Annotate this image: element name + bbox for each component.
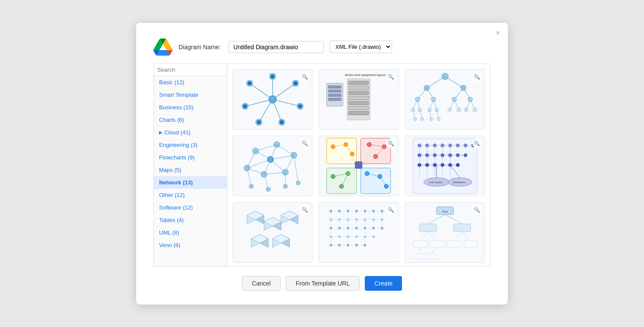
zoom-icon-2[interactable]: 🔍 — [386, 72, 396, 82]
svg-line-89 — [247, 168, 264, 174]
svg-line-86 — [271, 155, 294, 159]
sidebar-item-label: UML (8) — [159, 229, 179, 236]
sidebar-item-label: Software (12) — [159, 204, 193, 211]
sidebar-item-maps[interactable]: Maps (5) — [154, 164, 227, 176]
sidebar-item-uml[interactable]: UML (8) — [154, 226, 227, 239]
svg-line-14 — [245, 99, 273, 106]
zoom-icon-3[interactable]: 🔍 — [472, 72, 482, 82]
zoom-icon-8[interactable]: 🔍 — [386, 205, 396, 215]
drive-logo — [153, 38, 172, 56]
svg-line-48 — [463, 88, 470, 99]
cancel-button[interactable]: Cancel — [242, 276, 281, 291]
template-card-7[interactable]: 🔍 — [233, 202, 312, 263]
svg-rect-30 — [349, 111, 369, 114]
sidebar-item-label: Tables (4) — [159, 217, 184, 223]
zoom-icon-4[interactable]: 🔍 — [300, 139, 309, 148]
file-type-select[interactable]: XML File (.drawio) PNG File (.png) SVG F… — [330, 41, 392, 53]
svg-rect-229 — [430, 241, 445, 247]
svg-rect-15 — [248, 81, 251, 85]
svg-line-10 — [273, 83, 296, 99]
sidebar-item-engineering[interactable]: Engineering (3) — [154, 139, 227, 151]
svg-rect-19 — [280, 120, 284, 124]
templates-grid: 🔍 — [227, 64, 490, 266]
svg-rect-100 — [327, 138, 357, 163]
svg-line-11 — [273, 99, 300, 106]
sidebar-item-label: Flowcharts (9) — [159, 154, 194, 161]
svg-rect-34 — [328, 94, 341, 96]
svg-line-235 — [462, 232, 471, 241]
svg-point-116 — [346, 171, 350, 175]
diagram-name-label: Diagram Name: — [179, 44, 221, 51]
template-card-4[interactable]: 🔍 — [233, 136, 312, 196]
template-card-6[interactable]: 🔍 — [405, 136, 485, 196]
zoom-icon-1[interactable]: 🔍 — [300, 72, 309, 82]
sidebar-item-label: Charts (6) — [159, 117, 184, 123]
zoom-icon-5[interactable]: 🔍 — [386, 139, 396, 148]
svg-rect-18 — [298, 104, 302, 108]
from-template-url-button[interactable]: From Template URL — [286, 276, 360, 291]
svg-line-63 — [466, 99, 470, 110]
svg-rect-25 — [349, 86, 369, 89]
sidebar-item-label: Cloud (41) — [164, 129, 191, 136]
template-card-1[interactable]: 🔍 — [233, 69, 312, 130]
template-card-9[interactable]: 🔍 Root — [405, 202, 485, 263]
sidebar-item-basic[interactable]: Basic (12) — [154, 76, 227, 89]
svg-line-234 — [454, 232, 462, 241]
svg-line-227 — [445, 214, 462, 224]
search-box: 🔍 — [154, 64, 227, 76]
diagram-name-input[interactable] — [229, 41, 324, 53]
sidebar-item-label: Network (13) — [159, 179, 193, 186]
svg-line-238 — [418, 247, 420, 254]
svg-point-67 — [430, 117, 433, 120]
svg-rect-27 — [349, 96, 369, 99]
svg-line-83 — [277, 144, 294, 155]
search-input[interactable] — [157, 67, 227, 73]
svg-line-61 — [450, 99, 454, 110]
zoom-icon-6[interactable]: 🔍 — [472, 139, 482, 148]
template-card-5[interactable]: 🔍 — [319, 136, 399, 196]
svg-rect-35 — [328, 98, 341, 100]
svg-rect-16 — [271, 74, 274, 78]
close-button[interactable]: × — [495, 29, 500, 37]
zoom-icon-7[interactable]: 🔍 — [300, 205, 309, 215]
svg-line-62 — [454, 99, 459, 110]
content-area: 🔍 Basic (12)Smart TemplateBusiness (15)C… — [153, 63, 491, 267]
sidebar-item-label: Business (15) — [159, 104, 193, 111]
svg-line-239 — [431, 247, 437, 254]
sidebar-item-venn[interactable]: Venn (8) — [154, 239, 227, 251]
template-card-8[interactable]: 🔍 — [319, 202, 399, 263]
zoom-icon-9[interactable]: 🔍 — [472, 205, 482, 215]
dialog-footer: Cancel From Template URL Create — [153, 276, 491, 291]
create-button[interactable]: Create — [365, 276, 402, 291]
svg-rect-32 — [328, 86, 341, 88]
sidebar-item-smart-template[interactable]: Smart Template — [154, 89, 227, 101]
svg-line-39 — [427, 76, 445, 88]
svg-rect-230 — [447, 241, 462, 247]
svg-rect-17 — [293, 81, 297, 85]
svg-rect-103 — [361, 168, 391, 193]
sidebar-item-label: Basic (12) — [159, 79, 185, 86]
template-card-2[interactable]: 🔍 Arista rack equipment layout — [319, 69, 399, 130]
sidebar-item-tables[interactable]: Tables (4) — [154, 214, 227, 226]
sidebar-item-cloud[interactable]: ▶Cloud (41) — [154, 126, 227, 139]
svg-rect-237 — [426, 254, 437, 259]
svg-rect-114 — [355, 162, 362, 168]
sidebar-item-charts[interactable]: Charts (6) — [154, 114, 227, 126]
svg-line-99 — [294, 155, 298, 183]
svg-line-226 — [428, 214, 445, 224]
svg-point-54 — [457, 108, 460, 111]
sidebar-item-other[interactable]: Other (12) — [154, 189, 227, 201]
svg-line-84 — [271, 144, 277, 159]
svg-line-12 — [273, 99, 282, 122]
sidebar-item-business[interactable]: Business (15) — [154, 101, 227, 114]
sidebar-item-flowcharts[interactable]: Flowcharts (9) — [154, 151, 227, 164]
sidebar-item-network[interactable]: Network (13) — [154, 176, 227, 189]
svg-point-68 — [437, 117, 440, 120]
svg-rect-225 — [453, 224, 470, 232]
svg-rect-224 — [419, 224, 436, 232]
template-card-3[interactable]: 🔍 — [405, 69, 485, 130]
svg-rect-231 — [464, 241, 477, 247]
sidebar-item-software[interactable]: Software (12) — [154, 201, 227, 214]
svg-line-47 — [454, 88, 463, 99]
svg-line-96 — [247, 168, 252, 186]
